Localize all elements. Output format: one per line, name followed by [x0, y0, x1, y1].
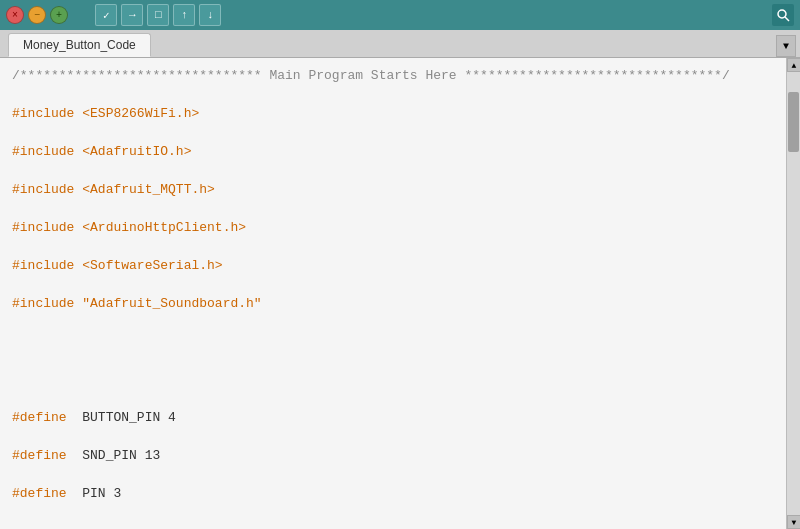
- vertical-scrollbar[interactable]: ▲ ▼: [786, 58, 800, 529]
- code-line: #include <Adafruit_MQTT.h>: [12, 180, 774, 199]
- code-line: /******************************* Main Pr…: [12, 66, 774, 85]
- code-line: [12, 370, 774, 389]
- code-line: #define PIN 3: [12, 484, 774, 503]
- scrollbar-track[interactable]: [787, 72, 800, 515]
- scroll-down-arrow[interactable]: ▼: [787, 515, 800, 529]
- arduino-ide-window: × − + ✓ → □ ↑ ↓ Money_Button_Code ▼ /***…: [0, 0, 800, 529]
- minimize-button[interactable]: −: [28, 6, 46, 24]
- tab-bar: Money_Button_Code ▼: [0, 30, 800, 58]
- open-button[interactable]: ↑: [173, 4, 195, 26]
- code-editor[interactable]: /******************************* Main Pr…: [0, 58, 786, 529]
- maximize-button[interactable]: +: [50, 6, 68, 24]
- code-line: [12, 522, 774, 529]
- scrollbar-thumb[interactable]: [788, 92, 799, 152]
- upload-button[interactable]: →: [121, 4, 143, 26]
- svg-line-1: [785, 17, 789, 21]
- code-line: #include <ArduinoHttpClient.h>: [12, 218, 774, 237]
- svg-point-0: [778, 10, 786, 18]
- code-line: #include <ESP8266WiFi.h>: [12, 104, 774, 123]
- title-bar-controls: × − + ✓ → □ ↑ ↓: [6, 4, 221, 26]
- save-button[interactable]: ↓: [199, 4, 221, 26]
- code-line: #include "Adafruit_Soundboard.h": [12, 294, 774, 313]
- code-line: #define SND_PIN 13: [12, 446, 774, 465]
- new-button[interactable]: □: [147, 4, 169, 26]
- search-button[interactable]: [772, 4, 794, 26]
- code-line: #include <AdafruitIO.h>: [12, 142, 774, 161]
- code-line: #include <SoftwareSerial.h>: [12, 256, 774, 275]
- code-tab[interactable]: Money_Button_Code: [8, 33, 151, 57]
- code-line: #define BUTTON_PIN 4: [12, 408, 774, 427]
- title-bar: × − + ✓ → □ ↑ ↓: [0, 0, 800, 30]
- verify-button[interactable]: ✓: [95, 4, 117, 26]
- close-button[interactable]: ×: [6, 6, 24, 24]
- code-line: [12, 332, 774, 351]
- scroll-up-arrow[interactable]: ▲: [787, 58, 800, 72]
- editor-area: /******************************* Main Pr…: [0, 58, 800, 529]
- tab-dropdown-button[interactable]: ▼: [776, 35, 796, 57]
